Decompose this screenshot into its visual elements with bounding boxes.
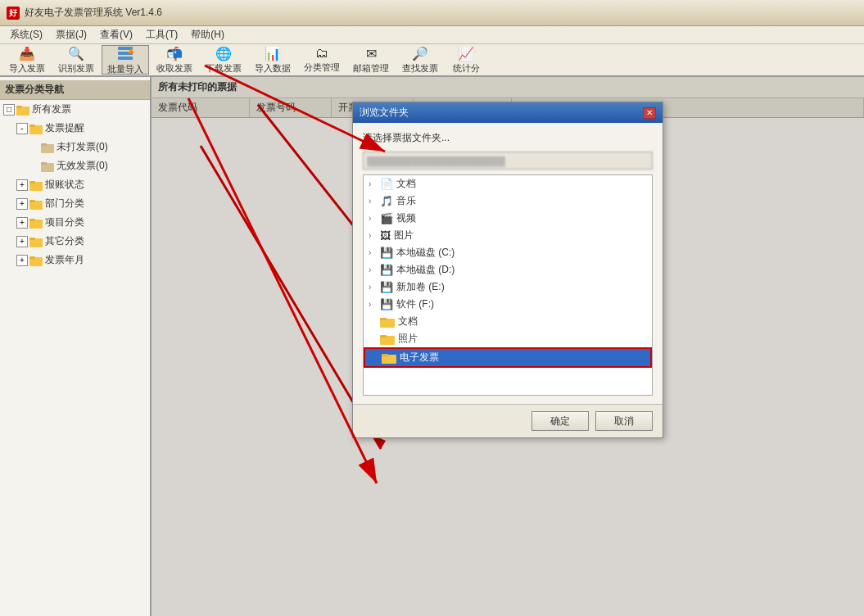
dept-folder-icon xyxy=(29,198,43,210)
reminder-folder-icon xyxy=(29,123,43,134)
tree-item-other[interactable]: + 其它分类 xyxy=(13,232,150,251)
tree-item-yearmonth[interactable]: + 发票年月 xyxy=(13,251,150,270)
menu-help[interactable]: 帮助(H) xyxy=(184,26,231,43)
expand-driveE[interactable]: › xyxy=(369,283,378,292)
svg-rect-9 xyxy=(41,143,47,146)
svg-rect-13 xyxy=(29,181,35,183)
dialog-overlay: 浏览文件夹 ✕ 请选择票据文件夹... ▓▓▓▓▓▓▓▓▓▓▓▓▓▓▓▓▓▓▓▓… xyxy=(152,77,864,616)
folder-photo-label: 照片 xyxy=(398,332,418,346)
expand-efapiao xyxy=(370,353,380,362)
expand-driveD[interactable]: › xyxy=(369,265,378,274)
other-folder-icon xyxy=(29,236,43,247)
dialog-cancel-button[interactable]: 取消 xyxy=(595,411,653,431)
image-label: 图片 xyxy=(394,229,414,242)
tree-children-root: - 发票提醒 未打发票(0) 无效发票( xyxy=(0,119,150,270)
find-invoice-button[interactable]: 🔎 查找发票 xyxy=(396,45,444,75)
recognize-invoice-icon: 🔍 xyxy=(67,46,85,61)
wendang-icon: 📄 xyxy=(380,178,393,190)
dialog-tree-item-music[interactable]: › 🎵 音乐 xyxy=(364,192,652,210)
email-manage-label: 邮箱管理 xyxy=(353,62,389,75)
tree-expand-baozhuang[interactable]: + xyxy=(16,179,28,191)
import-data-icon: 📊 xyxy=(264,46,282,61)
tree-item-unprinted[interactable]: 未打发票(0) xyxy=(26,138,150,156)
import-invoice-button[interactable]: 📥 导入发票 xyxy=(3,45,51,75)
expand-video[interactable]: › xyxy=(369,214,378,223)
driveC-label: 本地磁盘 (C:) xyxy=(396,246,455,260)
dialog-close-button[interactable]: ✕ xyxy=(643,107,656,119)
dialog-tree-item-driveD[interactable]: › 💾 本地磁盘 (D:) xyxy=(364,261,652,279)
email-manage-button[interactable]: ✉ 邮箱管理 xyxy=(347,45,395,75)
expand-wendang[interactable]: › xyxy=(369,179,378,188)
expand-image[interactable]: › xyxy=(369,231,378,240)
collect-invoice-button[interactable]: 📬 收取发票 xyxy=(151,45,198,75)
folder-photo-icon xyxy=(380,333,395,345)
tree-expand-dept[interactable]: + xyxy=(16,198,28,210)
driveE-label: 新加卷 (E:) xyxy=(396,280,445,294)
dialog-tree-item-folder-photo[interactable]: 照片 xyxy=(364,330,652,347)
dialog-tree-item-video[interactable]: › 🎬 视频 xyxy=(364,210,652,227)
download-invoice-icon: 🌐 xyxy=(215,46,233,61)
browse-folder-dialog: 浏览文件夹 ✕ 请选择票据文件夹... ▓▓▓▓▓▓▓▓▓▓▓▓▓▓▓▓▓▓▓▓… xyxy=(352,102,663,438)
tree-label-proj: 项目分类 xyxy=(45,215,84,229)
svg-rect-21 xyxy=(29,256,35,259)
expand-music[interactable]: › xyxy=(369,197,378,206)
import-data-button[interactable]: 📊 导入数据 xyxy=(249,45,296,75)
menu-system[interactable]: 系统(S) xyxy=(3,26,49,43)
folder-efapiao-icon xyxy=(382,352,396,364)
download-invoice-label: 下载发票 xyxy=(206,62,242,75)
stats-button[interactable]: 📈 统计分 xyxy=(446,45,486,75)
tree-item-reminder[interactable]: - 发票提醒 xyxy=(13,119,150,138)
dialog-body: 请选择票据文件夹... ▓▓▓▓▓▓▓▓▓▓▓▓▓▓▓▓▓▓▓▓▓ › 📄 文档 xyxy=(353,123,663,404)
title-bar: 好 好友电子发票管理系统 Ver1.4.6 xyxy=(0,0,864,26)
stats-label: 统计分 xyxy=(453,62,480,75)
tree-children-reminder: 未打发票(0) 无效发票(0) xyxy=(13,138,150,175)
tree-item-project[interactable]: + 项目分类 xyxy=(13,213,150,232)
proj-folder-icon xyxy=(29,217,43,229)
tree-label-dept: 部门分类 xyxy=(45,197,84,211)
ym-folder-icon xyxy=(29,255,43,266)
dialog-titlebar: 浏览文件夹 ✕ xyxy=(353,102,663,123)
dialog-tree-item-driveF[interactable]: › 💾 软件 (F:) xyxy=(364,296,652,313)
svg-rect-17 xyxy=(29,219,35,221)
expand-folder-wendang xyxy=(369,317,378,326)
find-invoice-label: 查找发票 xyxy=(402,62,438,75)
dialog-tree-item-wenang[interactable]: › 📄 文档 xyxy=(364,175,652,192)
tree-expand-reminder[interactable]: - xyxy=(16,123,28,134)
tree-expand-root[interactable]: □ xyxy=(3,104,15,116)
svg-rect-27 xyxy=(380,318,387,320)
email-manage-icon: ✉ xyxy=(362,46,380,61)
tree-label-reminder: 发票提醒 xyxy=(45,121,84,135)
dialog-tree-container[interactable]: › 📄 文档 › 🎵 音乐 › 🎬 xyxy=(363,174,653,396)
download-invoice-button[interactable]: 🌐 下载发票 xyxy=(200,45,247,75)
tree-expand-other[interactable]: + xyxy=(16,236,28,247)
tree-label-baozhuang: 报账状态 xyxy=(45,178,84,192)
invalid-folder-icon xyxy=(41,161,54,172)
dialog-tree-item-efapiao[interactable]: 电子发票 xyxy=(364,347,652,368)
tree-item-department[interactable]: + 部门分类 xyxy=(13,194,150,213)
dialog-tree-item-image[interactable]: › 🖼 图片 xyxy=(364,227,652,244)
menu-tools[interactable]: 工具(T) xyxy=(139,26,184,43)
dialog-tree-item-driveE[interactable]: › 💾 新加卷 (E:) xyxy=(364,279,652,296)
tree-expand-ym[interactable]: + xyxy=(16,255,28,266)
menu-view[interactable]: 查看(V) xyxy=(93,26,139,43)
expand-folder-photo xyxy=(369,334,378,343)
dialog-ok-button[interactable]: 确定 xyxy=(532,411,589,431)
unprinted-folder-icon xyxy=(41,142,54,153)
dialog-tree-item-driveC[interactable]: › 💾 本地磁盘 (C:) xyxy=(364,244,652,261)
menu-ticket[interactable]: 票据(J) xyxy=(49,26,93,43)
tree-item-invalid[interactable]: 无效发票(0) xyxy=(26,156,150,175)
tree-item-baozhuang[interactable]: + 报账状态 xyxy=(13,175,150,194)
content-area: 所有未打印的票据 发票代码 发票号码 开票日期 项目信息 购买方名称 浏览文件夹… xyxy=(152,77,864,616)
expand-driveF[interactable]: › xyxy=(369,300,378,309)
category-manage-button[interactable]: 🗂 分类管理 xyxy=(298,45,346,75)
recognize-invoice-button[interactable]: 🔍 识别发票 xyxy=(52,45,100,75)
tree-expand-proj[interactable]: + xyxy=(16,217,28,229)
expand-driveC[interactable]: › xyxy=(369,248,378,257)
tree-item-root[interactable]: □ 所有发票 xyxy=(0,100,150,119)
driveE-icon: 💾 xyxy=(380,281,393,293)
tree-label-other: 其它分类 xyxy=(45,234,84,248)
dialog-tree-item-folder-wendang[interactable]: 文档 xyxy=(364,313,652,330)
music-icon: 🎵 xyxy=(380,195,393,207)
batch-import-button[interactable]: 批量导入 xyxy=(102,45,149,75)
menu-bar: 系统(S) 票据(J) 查看(V) 工具(T) 帮助(H) xyxy=(0,26,864,44)
